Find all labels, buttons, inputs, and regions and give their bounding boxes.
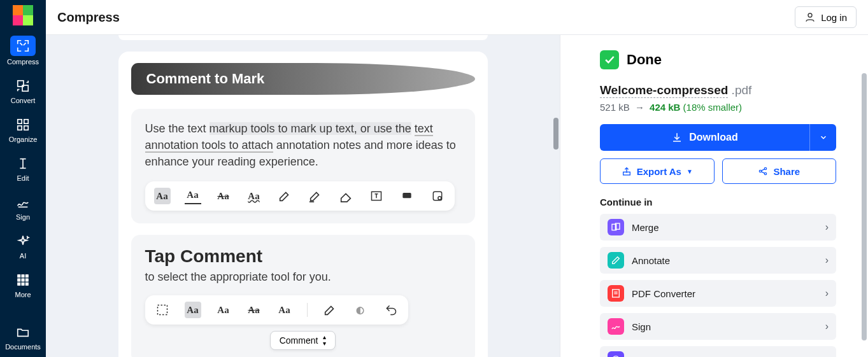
continue-item-rotate[interactable]: Rotate › — [600, 346, 836, 357]
continue-label: Annotate — [632, 255, 818, 266]
stamp-icon — [429, 188, 446, 204]
updown-chevron-icon: ▴▾ — [323, 334, 326, 347]
eraser-icon — [338, 188, 354, 204]
sidebar-item-sign[interactable]: Sign — [0, 188, 46, 227]
export-label: Export As — [637, 166, 681, 177]
scrollbar-thumb[interactable] — [862, 73, 867, 340]
share-button[interactable]: Share — [722, 158, 837, 184]
page-card: Comment to Mark Use the text markup tool… — [118, 52, 488, 357]
chevron-down-icon — [819, 133, 828, 142]
scrollbar-thumb[interactable] — [553, 118, 559, 150]
svg-rect-5 — [24, 126, 28, 130]
sidebar-label: More — [15, 291, 31, 298]
comment-dropdown-label: Comment — [280, 335, 318, 346]
download-button[interactable]: Download — [600, 124, 809, 151]
sidebar-item-ai[interactable]: AI — [0, 227, 46, 266]
sidebar-item-compress[interactable]: Compress — [0, 31, 46, 72]
sidebar-item-convert[interactable]: Convert — [0, 72, 46, 111]
continue-item-pdf-converter[interactable]: PDF Converter › — [600, 280, 836, 307]
content-row: Comment to Mark Use the text markup tool… — [46, 35, 868, 357]
undo-icon — [383, 302, 399, 318]
filename-row: Welcome-compressed .pdf — [600, 83, 836, 98]
continue-list: Merge › Annotate › PDF Con — [600, 214, 836, 357]
annotate-icon — [608, 252, 624, 269]
top-bar: Compress Log in — [46, 0, 868, 35]
sidebar-label: AI — [20, 253, 26, 260]
edit-icon — [14, 155, 32, 172]
compress-icon — [14, 37, 32, 55]
main-area: Compress Log in Comment to Mark Use the … — [46, 0, 868, 357]
svg-point-15 — [808, 13, 812, 17]
svg-rect-4 — [18, 126, 22, 130]
pdf-converter-icon — [608, 285, 624, 302]
pdf-preview[interactable]: Comment to Mark Use the text markup tool… — [46, 35, 560, 357]
continue-item-sign[interactable]: Sign › — [600, 313, 836, 340]
sidebar-label: Convert — [11, 97, 36, 104]
text-block: Tap Comment to select the appropriate to… — [131, 235, 475, 357]
markup-toolbar: Aa Aa Aa Aa — [145, 181, 455, 211]
app-root: Compress Convert Organize — [0, 0, 868, 357]
sidebar: Compress Convert Organize — [0, 0, 46, 357]
sidebar-label: Organize — [9, 136, 38, 143]
rotate-icon — [608, 351, 624, 357]
continue-item-annotate[interactable]: Annotate › — [600, 247, 836, 274]
moon-icon: ◐ — [352, 302, 369, 318]
export-as-button[interactable]: Export As ▼ — [600, 158, 715, 184]
svg-rect-12 — [18, 283, 20, 285]
check-icon — [600, 50, 619, 69]
chevron-right-icon: › — [825, 354, 829, 357]
text-run — [411, 122, 415, 135]
body-paragraph: Use the text markup tools to mark up tex… — [145, 120, 461, 170]
done-label: Done — [627, 52, 662, 68]
sidebar-item-documents[interactable]: Documents — [0, 318, 46, 357]
continue-label: Rotate — [632, 354, 818, 358]
chevron-right-icon: › — [825, 288, 829, 299]
original-size: 521 kB — [600, 102, 630, 113]
svg-rect-9 — [18, 279, 20, 281]
filename[interactable]: Welcome-compressed — [600, 83, 728, 98]
sidebar-label: Sign — [16, 214, 30, 221]
panel-scrollbar[interactable] — [859, 35, 868, 357]
sidebar-item-more[interactable]: More — [0, 266, 46, 305]
page-title: Compress — [57, 10, 120, 25]
sign-action-icon — [608, 318, 624, 335]
download-options-button[interactable] — [809, 124, 836, 151]
more-grid-icon — [14, 271, 32, 289]
share-icon — [758, 166, 768, 176]
section-banner: Comment to Mark — [131, 63, 475, 95]
text-run: Use the text — [145, 122, 210, 135]
highlighted-text: markup tools to mark up text, or use the — [210, 122, 411, 135]
note-icon — [399, 188, 415, 204]
svg-rect-2 — [18, 120, 22, 123]
done-status: Done — [600, 50, 836, 69]
login-button[interactable]: Log in — [795, 6, 857, 28]
preview-scrollbar[interactable] — [551, 35, 560, 357]
logo[interactable] — [0, 0, 46, 31]
text-style-strike-icon: Aa — [215, 188, 232, 204]
organize-icon — [14, 116, 32, 134]
comment-toolbar: Aa Aa Aa Aa ◐ — [145, 295, 408, 325]
text-block: Use the text markup tools to mark up tex… — [131, 109, 475, 223]
user-icon — [804, 11, 816, 23]
ai-sparkle-icon — [14, 232, 32, 250]
section-heading: Tap Comment — [145, 246, 461, 267]
continue-label: Sign — [632, 321, 818, 332]
merge-icon — [608, 219, 624, 235]
text-style-highlight-icon: Aa — [185, 302, 201, 318]
sidebar-item-organize[interactable]: Organize — [0, 111, 46, 150]
sidebar-label: Compress — [7, 59, 39, 66]
svg-rect-7 — [22, 275, 24, 277]
svg-rect-20 — [157, 305, 167, 315]
highlighter-alt-icon — [307, 188, 324, 204]
continue-item-merge[interactable]: Merge › — [600, 214, 836, 241]
chevron-right-icon: › — [825, 321, 829, 332]
share-label: Share — [773, 166, 800, 177]
svg-rect-3 — [24, 120, 28, 123]
svg-rect-13 — [22, 283, 24, 285]
arrow-right-icon: → — [632, 102, 647, 113]
convert-icon — [14, 77, 32, 95]
file-extension: .pdf — [728, 83, 751, 97]
continue-label: PDF Converter — [632, 288, 818, 299]
sidebar-item-edit[interactable]: Edit — [0, 150, 46, 188]
selection-icon — [154, 302, 171, 318]
